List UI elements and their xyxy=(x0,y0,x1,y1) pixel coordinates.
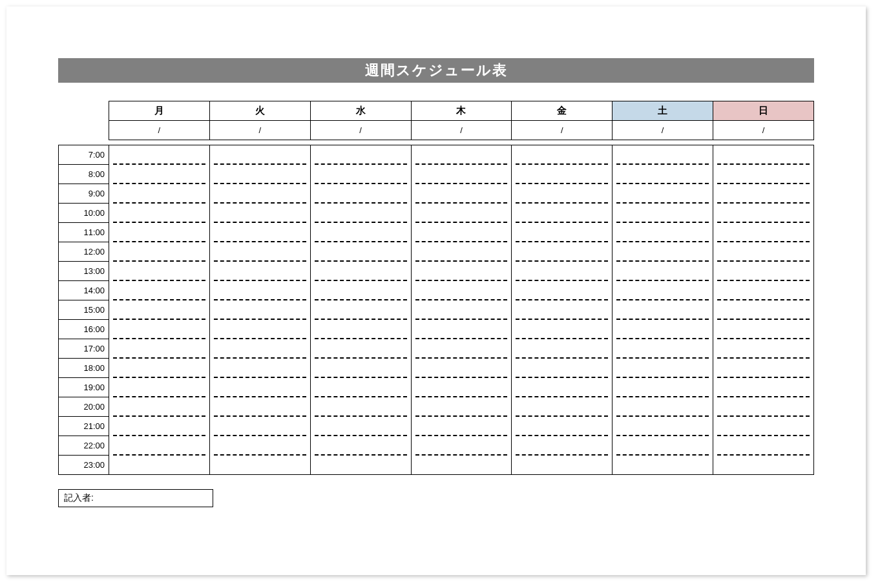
schedule-cell[interactable] xyxy=(310,262,411,281)
schedule-cell[interactable] xyxy=(613,165,713,184)
schedule-cell[interactable] xyxy=(713,242,814,262)
schedule-cell[interactable] xyxy=(713,397,814,417)
schedule-cell[interactable] xyxy=(713,436,814,456)
schedule-cell[interactable] xyxy=(310,436,411,456)
schedule-cell[interactable] xyxy=(613,223,713,242)
schedule-cell[interactable] xyxy=(713,300,814,320)
schedule-cell[interactable] xyxy=(310,184,411,204)
schedule-cell[interactable] xyxy=(512,339,613,359)
schedule-cell[interactable] xyxy=(411,320,512,339)
date-cell-mon[interactable]: / xyxy=(109,121,210,140)
schedule-cell[interactable] xyxy=(713,281,814,300)
schedule-cell[interactable] xyxy=(613,300,713,320)
schedule-cell[interactable] xyxy=(411,281,512,300)
schedule-cell[interactable] xyxy=(209,184,310,204)
schedule-cell[interactable] xyxy=(310,456,411,475)
schedule-cell[interactable] xyxy=(411,262,512,281)
schedule-cell[interactable] xyxy=(209,262,310,281)
date-cell-thu[interactable]: / xyxy=(411,121,512,140)
schedule-cell[interactable] xyxy=(613,456,713,475)
schedule-cell[interactable] xyxy=(613,339,713,359)
schedule-cell[interactable] xyxy=(310,417,411,436)
schedule-cell[interactable] xyxy=(209,359,310,378)
schedule-cell[interactable] xyxy=(310,359,411,378)
schedule-cell[interactable] xyxy=(512,456,613,475)
schedule-cell[interactable] xyxy=(512,204,613,223)
schedule-cell[interactable] xyxy=(512,300,613,320)
schedule-cell[interactable] xyxy=(109,378,210,397)
schedule-cell[interactable] xyxy=(613,281,713,300)
schedule-cell[interactable] xyxy=(713,359,814,378)
schedule-cell[interactable] xyxy=(109,281,210,300)
schedule-cell[interactable] xyxy=(411,145,512,165)
date-cell-sun[interactable]: / xyxy=(713,121,814,140)
date-cell-tue[interactable]: / xyxy=(209,121,310,140)
schedule-cell[interactable] xyxy=(512,436,613,456)
schedule-cell[interactable] xyxy=(411,184,512,204)
schedule-cell[interactable] xyxy=(713,165,814,184)
schedule-cell[interactable] xyxy=(411,242,512,262)
schedule-cell[interactable] xyxy=(109,320,210,339)
schedule-cell[interactable] xyxy=(209,223,310,242)
schedule-cell[interactable] xyxy=(209,339,310,359)
schedule-cell[interactable] xyxy=(613,262,713,281)
schedule-cell[interactable] xyxy=(109,397,210,417)
schedule-cell[interactable] xyxy=(613,436,713,456)
schedule-cell[interactable] xyxy=(613,145,713,165)
date-cell-wed[interactable]: / xyxy=(310,121,411,140)
schedule-cell[interactable] xyxy=(109,204,210,223)
schedule-cell[interactable] xyxy=(512,165,613,184)
schedule-cell[interactable] xyxy=(512,242,613,262)
schedule-cell[interactable] xyxy=(512,359,613,378)
schedule-cell[interactable] xyxy=(713,204,814,223)
schedule-cell[interactable] xyxy=(109,339,210,359)
author-box[interactable]: 記入者: xyxy=(58,489,213,507)
schedule-cell[interactable] xyxy=(411,417,512,436)
schedule-cell[interactable] xyxy=(411,378,512,397)
schedule-cell[interactable] xyxy=(411,300,512,320)
schedule-cell[interactable] xyxy=(310,223,411,242)
schedule-cell[interactable] xyxy=(109,456,210,475)
schedule-cell[interactable] xyxy=(411,204,512,223)
schedule-cell[interactable] xyxy=(713,145,814,165)
schedule-cell[interactable] xyxy=(209,165,310,184)
schedule-cell[interactable] xyxy=(109,242,210,262)
schedule-cell[interactable] xyxy=(713,339,814,359)
schedule-cell[interactable] xyxy=(512,378,613,397)
schedule-cell[interactable] xyxy=(512,320,613,339)
schedule-cell[interactable] xyxy=(109,262,210,281)
schedule-cell[interactable] xyxy=(209,456,310,475)
schedule-cell[interactable] xyxy=(209,204,310,223)
schedule-cell[interactable] xyxy=(613,397,713,417)
schedule-cell[interactable] xyxy=(613,184,713,204)
schedule-cell[interactable] xyxy=(209,320,310,339)
schedule-cell[interactable] xyxy=(310,242,411,262)
schedule-cell[interactable] xyxy=(310,281,411,300)
schedule-cell[interactable] xyxy=(713,417,814,436)
schedule-cell[interactable] xyxy=(713,456,814,475)
date-cell-sat[interactable]: / xyxy=(613,121,713,140)
schedule-cell[interactable] xyxy=(209,281,310,300)
schedule-cell[interactable] xyxy=(109,184,210,204)
schedule-cell[interactable] xyxy=(209,300,310,320)
schedule-cell[interactable] xyxy=(512,184,613,204)
schedule-cell[interactable] xyxy=(613,242,713,262)
schedule-cell[interactable] xyxy=(209,436,310,456)
schedule-cell[interactable] xyxy=(209,145,310,165)
schedule-cell[interactable] xyxy=(713,223,814,242)
schedule-cell[interactable] xyxy=(109,145,210,165)
schedule-cell[interactable] xyxy=(512,223,613,242)
date-cell-fri[interactable]: / xyxy=(512,121,613,140)
schedule-cell[interactable] xyxy=(310,300,411,320)
schedule-cell[interactable] xyxy=(209,397,310,417)
schedule-cell[interactable] xyxy=(109,300,210,320)
schedule-cell[interactable] xyxy=(310,397,411,417)
schedule-cell[interactable] xyxy=(411,223,512,242)
schedule-cell[interactable] xyxy=(613,320,713,339)
schedule-cell[interactable] xyxy=(512,262,613,281)
schedule-cell[interactable] xyxy=(310,320,411,339)
schedule-cell[interactable] xyxy=(411,165,512,184)
schedule-cell[interactable] xyxy=(713,378,814,397)
schedule-cell[interactable] xyxy=(310,204,411,223)
schedule-cell[interactable] xyxy=(613,417,713,436)
